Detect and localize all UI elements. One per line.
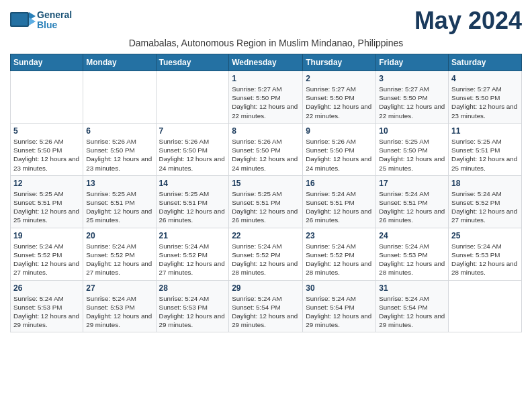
day-number: 21 [159, 231, 226, 240]
calendar-cell: 6Sunrise: 5:26 AMSunset: 5:50 PMDaylight… [83, 123, 156, 175]
calendar-cell: 5Sunrise: 5:26 AMSunset: 5:50 PMDaylight… [11, 123, 83, 175]
logo: General Blue [10, 9, 72, 31]
day-info: Sunrise: 5:24 AMSunset: 5:51 PMDaylight:… [379, 189, 445, 225]
week-row-2: 5Sunrise: 5:26 AMSunset: 5:50 PMDaylight… [11, 123, 522, 175]
day-header-tuesday: Tuesday [156, 54, 229, 71]
day-info: Sunrise: 5:24 AMSunset: 5:54 PMDaylight:… [379, 294, 445, 330]
week-row-4: 19Sunrise: 5:24 AMSunset: 5:52 PMDayligh… [11, 228, 522, 280]
day-header-wednesday: Wednesday [229, 54, 303, 71]
calendar-cell [11, 71, 83, 124]
calendar-cell: 1Sunrise: 5:27 AMSunset: 5:50 PMDaylight… [229, 71, 303, 124]
calendar-cell: 16Sunrise: 5:24 AMSunset: 5:51 PMDayligh… [303, 175, 376, 228]
day-number: 25 [451, 231, 519, 240]
day-info: Sunrise: 5:24 AMSunset: 5:54 PMDaylight:… [232, 294, 300, 330]
day-number: 17 [379, 179, 445, 188]
day-info: Sunrise: 5:24 AMSunset: 5:52 PMDaylight:… [451, 189, 519, 225]
day-info: Sunrise: 5:24 AMSunset: 5:51 PMDaylight:… [306, 189, 373, 225]
day-info: Sunrise: 5:24 AMSunset: 5:53 PMDaylight:… [379, 242, 445, 277]
day-number: 23 [306, 231, 373, 240]
calendar-body: 1Sunrise: 5:27 AMSunset: 5:50 PMDaylight… [11, 71, 522, 332]
day-number: 20 [86, 231, 152, 240]
day-number: 16 [306, 179, 373, 188]
logo-text: General Blue [37, 10, 72, 31]
day-number: 22 [232, 231, 300, 240]
day-info: Sunrise: 5:24 AMSunset: 5:52 PMDaylight:… [306, 242, 373, 277]
calendar-cell: 26Sunrise: 5:24 AMSunset: 5:53 PMDayligh… [11, 280, 83, 332]
calendar-cell: 8Sunrise: 5:26 AMSunset: 5:50 PMDaylight… [229, 123, 303, 175]
day-info: Sunrise: 5:25 AMSunset: 5:51 PMDaylight:… [159, 189, 226, 225]
calendar-cell: 2Sunrise: 5:27 AMSunset: 5:50 PMDaylight… [303, 71, 376, 124]
day-number: 5 [13, 126, 80, 136]
calendar-cell: 24Sunrise: 5:24 AMSunset: 5:53 PMDayligh… [376, 228, 449, 280]
day-number: 29 [232, 283, 300, 293]
day-info: Sunrise: 5:25 AMSunset: 5:51 PMDaylight:… [451, 137, 519, 173]
day-header-saturday: Saturday [449, 54, 522, 71]
day-number: 30 [306, 283, 373, 293]
calendar-cell: 11Sunrise: 5:25 AMSunset: 5:51 PMDayligh… [449, 123, 522, 175]
day-number: 10 [379, 126, 445, 136]
day-header-monday: Monday [83, 54, 156, 71]
day-info: Sunrise: 5:24 AMSunset: 5:53 PMDaylight:… [13, 294, 80, 330]
day-info: Sunrise: 5:26 AMSunset: 5:50 PMDaylight:… [306, 137, 373, 173]
logo-general: General [37, 10, 72, 20]
calendar-cell: 25Sunrise: 5:24 AMSunset: 5:53 PMDayligh… [449, 228, 522, 280]
days-header-row: SundayMondayTuesdayWednesdayThursdayFrid… [11, 54, 522, 71]
day-number: 8 [232, 126, 300, 136]
calendar-cell: 13Sunrise: 5:25 AMSunset: 5:51 PMDayligh… [83, 175, 156, 228]
day-number: 2 [306, 74, 373, 83]
calendar-cell: 3Sunrise: 5:27 AMSunset: 5:50 PMDaylight… [376, 71, 449, 124]
day-number: 9 [306, 126, 373, 136]
day-info: Sunrise: 5:25 AMSunset: 5:51 PMDaylight:… [86, 189, 152, 225]
calendar-cell: 9Sunrise: 5:26 AMSunset: 5:50 PMDaylight… [303, 123, 376, 175]
calendar-cell: 20Sunrise: 5:24 AMSunset: 5:52 PMDayligh… [83, 228, 156, 280]
day-info: Sunrise: 5:24 AMSunset: 5:52 PMDaylight:… [13, 242, 80, 277]
day-number: 14 [159, 179, 226, 188]
day-info: Sunrise: 5:24 AMSunset: 5:52 PMDaylight:… [232, 242, 300, 277]
day-number: 7 [159, 126, 226, 136]
day-number: 28 [159, 283, 226, 293]
day-info: Sunrise: 5:25 AMSunset: 5:51 PMDaylight:… [13, 189, 80, 225]
header: General Blue May 2024 [10, 7, 522, 35]
calendar-cell: 15Sunrise: 5:25 AMSunset: 5:51 PMDayligh… [229, 175, 303, 228]
calendar-cell: 22Sunrise: 5:24 AMSunset: 5:52 PMDayligh… [229, 228, 303, 280]
calendar-cell: 31Sunrise: 5:24 AMSunset: 5:54 PMDayligh… [376, 280, 449, 332]
calendar-cell: 28Sunrise: 5:24 AMSunset: 5:53 PMDayligh… [156, 280, 229, 332]
day-number: 26 [13, 283, 80, 293]
day-number: 15 [232, 179, 300, 188]
day-number: 12 [13, 179, 80, 188]
day-number: 18 [451, 179, 519, 188]
svg-marker-3 [29, 17, 36, 26]
day-info: Sunrise: 5:27 AMSunset: 5:50 PMDaylight:… [306, 85, 373, 120]
calendar-cell: 4Sunrise: 5:27 AMSunset: 5:50 PMDaylight… [449, 71, 522, 124]
day-info: Sunrise: 5:26 AMSunset: 5:50 PMDaylight:… [159, 137, 226, 173]
calendar-cell: 30Sunrise: 5:24 AMSunset: 5:54 PMDayligh… [303, 280, 376, 332]
calendar-cell [156, 71, 229, 124]
day-info: Sunrise: 5:25 AMSunset: 5:51 PMDaylight:… [232, 189, 300, 225]
day-header-sunday: Sunday [11, 54, 83, 71]
calendar-cell: 12Sunrise: 5:25 AMSunset: 5:51 PMDayligh… [11, 175, 83, 228]
logo-icon [10, 9, 36, 31]
day-number: 19 [13, 231, 80, 240]
day-number: 6 [86, 126, 152, 136]
calendar-cell [83, 71, 156, 124]
day-info: Sunrise: 5:24 AMSunset: 5:53 PMDaylight:… [86, 294, 152, 330]
day-header-thursday: Thursday [303, 54, 376, 71]
calendar-cell: 14Sunrise: 5:25 AMSunset: 5:51 PMDayligh… [156, 175, 229, 228]
day-info: Sunrise: 5:25 AMSunset: 5:50 PMDaylight:… [379, 137, 445, 173]
month-title: May 2024 [414, 7, 522, 35]
day-number: 3 [379, 74, 445, 83]
day-header-friday: Friday [376, 54, 449, 71]
calendar-table: SundayMondayTuesdayWednesdayThursdayFrid… [10, 54, 522, 332]
calendar-cell: 18Sunrise: 5:24 AMSunset: 5:52 PMDayligh… [449, 175, 522, 228]
day-info: Sunrise: 5:24 AMSunset: 5:52 PMDaylight:… [86, 242, 152, 277]
day-info: Sunrise: 5:27 AMSunset: 5:50 PMDaylight:… [451, 85, 519, 120]
day-number: 27 [86, 283, 152, 293]
day-number: 4 [451, 74, 519, 83]
day-info: Sunrise: 5:24 AMSunset: 5:53 PMDaylight:… [451, 242, 519, 277]
calendar-cell: 10Sunrise: 5:25 AMSunset: 5:50 PMDayligh… [376, 123, 449, 175]
calendar-cell: 19Sunrise: 5:24 AMSunset: 5:52 PMDayligh… [11, 228, 83, 280]
day-number: 31 [379, 283, 445, 293]
day-info: Sunrise: 5:24 AMSunset: 5:54 PMDaylight:… [306, 294, 373, 330]
calendar-cell: 7Sunrise: 5:26 AMSunset: 5:50 PMDaylight… [156, 123, 229, 175]
day-info: Sunrise: 5:27 AMSunset: 5:50 PMDaylight:… [379, 85, 445, 120]
